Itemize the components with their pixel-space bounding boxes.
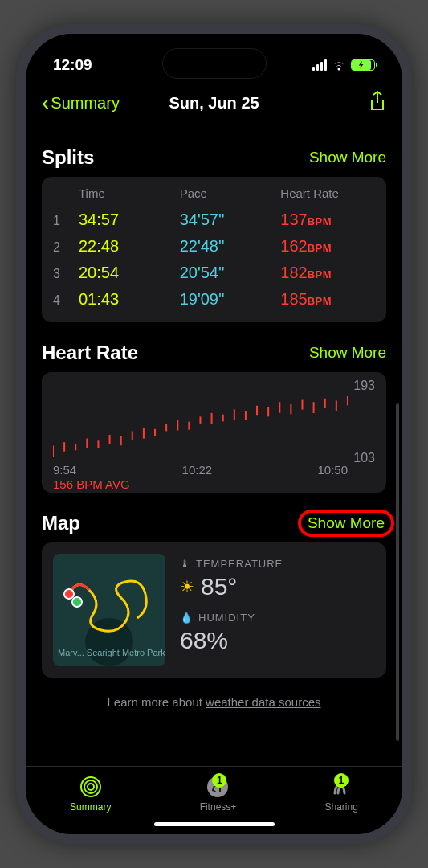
home-indicator[interactable]: [154, 822, 275, 826]
weather-footer-note: Learn more about weather data sources: [42, 695, 386, 709]
rings-icon: [79, 775, 103, 799]
splits-title: Splits: [42, 146, 94, 169]
heart-rate-title: Heart Rate: [42, 342, 138, 364]
humidity-label: 💧 HUMIDITY: [180, 612, 375, 624]
splits-card: Time Pace Heart Rate 1 34:57 34'57'' 137…: [42, 177, 386, 322]
page-title: Sun, Jun 25: [169, 94, 259, 113]
table-row: 4 01:43 19'09'' 185BPM: [53, 286, 375, 313]
signal-icon: [312, 59, 327, 71]
tab-fitness[interactable]: 1 Fitness+: [200, 775, 237, 813]
svg-point-32: [84, 780, 97, 793]
weather-sources-link[interactable]: weather data sources: [206, 695, 320, 709]
hr-avg-label: 156 BPM AVG: [53, 477, 130, 491]
dynamic-island: [162, 48, 267, 79]
tab-sharing[interactable]: 1 Sharing: [325, 775, 358, 813]
map-section: Map Show More Marv... Searight Me: [42, 512, 386, 678]
svg-point-30: [72, 597, 82, 607]
back-button[interactable]: ‹ Summary: [42, 90, 120, 116]
temperature-value: 85°: [201, 573, 237, 600]
thermometer-icon: 🌡: [180, 558, 191, 570]
tab-bar: Summary 1 Fitness+ 1 Sharing: [26, 766, 402, 817]
status-time: 12:09: [53, 56, 92, 74]
col-pace: Pace: [180, 186, 275, 200]
heart-rate-section: Heart Rate Show More 193 103 9:54 10:22 …: [42, 342, 386, 493]
weather-info: 🌡 TEMPERATURE ☀ 85° 💧 HUMIDITY 68%: [180, 554, 375, 666]
table-row: 3 20:54 20'54'' 182BPM: [53, 260, 375, 286]
hr-max-label: 193: [353, 379, 375, 393]
humidity-icon: 💧: [180, 612, 194, 624]
svg-point-29: [64, 589, 74, 599]
heart-rate-show-more-button[interactable]: Show More: [309, 344, 386, 362]
table-row: 1 34:57 34'57'' 137BPM: [53, 207, 375, 233]
splits-show-more-button[interactable]: Show More: [309, 149, 386, 166]
map-title: Map: [42, 512, 80, 534]
table-row: 2 22:48 22'48'' 162BPM: [53, 233, 375, 260]
heart-rate-card[interactable]: 193 103 9:54 10:22 10:50 156 BPM AVG: [42, 372, 386, 493]
sun-icon: ☀: [180, 577, 194, 596]
chevron-left-icon: ‹: [42, 90, 49, 116]
tab-summary[interactable]: Summary: [70, 775, 111, 813]
map-thumbnail[interactable]: Marv... Searight Metro Park: [53, 554, 165, 666]
hr-min-label: 103: [353, 451, 375, 465]
temperature-label: 🌡 TEMPERATURE: [180, 558, 375, 570]
scroll-indicator[interactable]: [396, 403, 399, 741]
svg-point-33: [88, 784, 94, 790]
battery-icon: [351, 59, 375, 71]
col-hr: Heart Rate: [280, 186, 375, 200]
map-card[interactable]: Marv... Searight Metro Park 🌡 TEMPERATUR…: [42, 542, 386, 678]
wifi-icon: [332, 59, 346, 71]
humidity-value: 68%: [180, 627, 228, 654]
splits-section: Splits Show More Time Pace Heart Rate 1 …: [42, 146, 386, 322]
share-button[interactable]: [369, 90, 386, 116]
map-show-more-button[interactable]: Show More: [298, 510, 394, 537]
map-park-label: Marv... Searight Metro Park: [58, 648, 165, 658]
col-time: Time: [79, 186, 173, 200]
back-label: Summary: [51, 94, 120, 113]
heart-rate-chart: [53, 396, 348, 462]
nav-bar: ‹ Summary Sun, Jun 25: [26, 79, 402, 127]
sharing-badge: 1: [334, 773, 349, 788]
